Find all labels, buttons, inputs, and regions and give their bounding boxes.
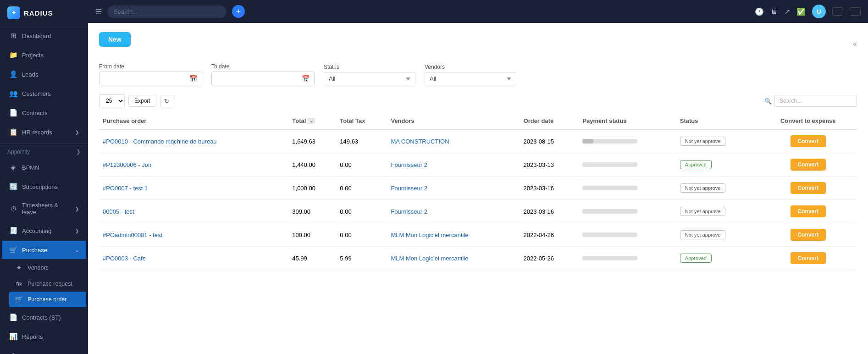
collapse-panel-button[interactable]: « [853, 40, 857, 48]
purchase-submenu: ✦ Vendors 🛍 Purchase request 🛒 Purchase … [0, 260, 88, 308]
from-date-input[interactable] [104, 75, 187, 82]
purchase-orders-table: Purchase order Total ⌄ Total Tax Vendors [99, 113, 857, 270]
vendor-link[interactable]: Fournisseur 2 [391, 161, 427, 168]
payment-bar [582, 232, 637, 237]
vendor-link[interactable]: MLM Mon Logiciel mercantile [391, 255, 468, 262]
vendors-icon: ✦ [15, 264, 23, 272]
convert-button[interactable]: Convert [791, 205, 826, 217]
sidebar-item-label: Accounting [22, 227, 51, 234]
sidebar-item-customers[interactable]: 👥 Customers [2, 84, 86, 103]
vendor-link[interactable]: Fournisseur 2 [391, 208, 427, 215]
status-filter-select[interactable]: All [324, 72, 415, 85]
cell-status: Approved [676, 247, 759, 270]
cell-payment-status [579, 153, 676, 177]
sidebar-item-contracts[interactable]: 📄 Contracts [2, 104, 86, 122]
window-minimize-button[interactable] [832, 7, 843, 16]
col-total-tax: Total Tax [336, 113, 387, 129]
avatar[interactable]: U [812, 5, 826, 18]
to-date-calendar-icon[interactable]: 📅 [302, 75, 310, 82]
table-search-input[interactable] [774, 95, 857, 107]
sidebar-item-label: Contracts (ST) [22, 314, 61, 321]
cell-status: Not yet approve [676, 129, 759, 153]
global-search-input[interactable] [107, 6, 227, 18]
share-icon[interactable]: ↗ [784, 7, 790, 16]
window-maximize-button[interactable] [850, 7, 861, 16]
table-row: #PO0007 - test 1 1,000.00 0.00 Fournisse… [99, 177, 857, 200]
table-search-wrap: 🔍 [764, 95, 857, 107]
vendors-filter-group: Vendors All [425, 64, 516, 85]
total-sort-header[interactable]: Total ⌄ [292, 117, 332, 124]
sidebar-item-vendors[interactable]: ✦ Vendors [9, 260, 86, 276]
sidebar-item-bpmn[interactable]: ◈ BPMN [2, 158, 86, 177]
status-badge: Approved [680, 254, 712, 263]
history-icon[interactable]: 🕐 [755, 7, 764, 16]
purchase-order-link[interactable]: #PO0003 - Cafe [103, 255, 146, 262]
sidebar-item-subscriptions[interactable]: 🔄 Subscriptions [2, 177, 86, 196]
purchase-order-link[interactable]: 00005 - test [103, 208, 134, 215]
to-date-input[interactable] [216, 75, 299, 82]
sidebar-item-setting[interactable]: ⚙ Setting [2, 347, 86, 354]
sidebar-item-hr-records[interactable]: 📋 HR records ❯ [2, 123, 86, 141]
convert-button[interactable]: Convert [791, 252, 826, 264]
sidebar-item-timesheets[interactable]: ⏱ Timesheets & leave ❯ [2, 197, 86, 221]
convert-button[interactable]: Convert [791, 159, 826, 171]
sidebar-item-purchase-order[interactable]: 🛒 Purchase order [9, 292, 86, 307]
sidebar: ✦ RADIUS ⊞ Dashboard 📁 Projects 👤 Leads … [0, 0, 88, 354]
cell-purchase-order: 00005 - test [99, 200, 288, 223]
contracts-st-icon: 📄 [9, 313, 17, 321]
cell-total-tax: 0.00 [336, 153, 387, 177]
purchase-order-icon: 🛒 [15, 295, 23, 304]
cell-order-date: 2023-03-16 [520, 200, 579, 223]
hamburger-button[interactable]: ☰ [95, 7, 102, 16]
convert-button[interactable]: Convert [791, 182, 826, 194]
monitor-icon[interactable]: 🖥 [770, 7, 778, 16]
col-purchase-order: Purchase order [99, 113, 288, 129]
sidebar-item-purchase-request[interactable]: 🛍 Purchase request [9, 276, 86, 291]
purchase-request-icon: 🛍 [15, 280, 23, 288]
vendors-filter-select[interactable]: All [425, 72, 516, 85]
purchase-caret-icon: ⌄ [75, 248, 79, 253]
purchase-order-link[interactable]: #POadmin00001 - test [103, 232, 162, 238]
filter-row: From date 📅 To date 📅 Status All [99, 63, 857, 85]
sidebar-item-dashboard[interactable]: ⊞ Dashboard [2, 27, 86, 45]
sidebar-item-projects[interactable]: 📁 Projects [2, 46, 86, 64]
purchase-order-link[interactable]: #PO0010 - Commande mqchine de bureau [103, 138, 217, 145]
vendor-link[interactable]: MLM Mon Logiciel mercantile [391, 232, 468, 238]
convert-button[interactable]: Convert [791, 135, 826, 147]
sidebar-item-purchase[interactable]: 🛒 Purchase ⌄ [2, 241, 86, 259]
cell-status: Approved [676, 153, 759, 177]
checklist-icon[interactable]: ✅ [796, 7, 806, 16]
sidebar-item-contracts-st[interactable]: 📄 Contracts (ST) [2, 308, 86, 326]
vendor-link[interactable]: Fournisseur 2 [391, 185, 427, 192]
cell-convert: Convert [759, 200, 857, 223]
add-new-button[interactable]: + [232, 5, 245, 18]
cell-convert: Convert [759, 177, 857, 200]
col-total[interactable]: Total ⌄ [288, 113, 336, 129]
to-date-label: To date [211, 63, 315, 70]
cell-vendor: MLM Mon Logiciel mercantile [387, 223, 520, 247]
cell-payment-status [579, 177, 676, 200]
new-button[interactable]: New [99, 32, 131, 47]
refresh-button[interactable]: ↻ [160, 95, 173, 107]
status-badge: Not yet approve [680, 137, 726, 146]
cell-total: 1,649.63 [288, 129, 336, 153]
per-page-select[interactable]: 25 [99, 94, 125, 107]
table-row: #POadmin00001 - test 100.00 0.00 MLM Mon… [99, 223, 857, 247]
vendor-link[interactable]: MA CONSTRUCTION [391, 138, 449, 145]
topbar: ☰ + 🕐 🖥 ↗ ✅ U [88, 0, 868, 23]
sidebar-item-leads[interactable]: 👤 Leads [2, 65, 86, 83]
table-toolbar: 25 Export ↻ 🔍 [99, 94, 857, 107]
cell-vendor: Fournisseur 2 [387, 153, 520, 177]
from-date-calendar-icon[interactable]: 📅 [189, 75, 197, 82]
convert-button[interactable]: Convert [791, 229, 826, 241]
payment-bar-fill [582, 139, 593, 144]
topbar-right: 🕐 🖥 ↗ ✅ U [755, 5, 861, 18]
purchase-order-link[interactable]: #P12300006 - Jon [103, 161, 151, 168]
payment-bar [582, 186, 637, 190]
export-button[interactable]: Export [128, 95, 156, 107]
sidebar-item-accounting[interactable]: 🧾 Accounting ❯ [2, 221, 86, 240]
setting-icon: ⚙ [9, 352, 17, 354]
sidebar-item-reports[interactable]: 📊 Reports [2, 327, 86, 346]
purchase-order-link[interactable]: #PO0007 - test 1 [103, 185, 148, 192]
status-filter-label: Status [324, 64, 415, 70]
